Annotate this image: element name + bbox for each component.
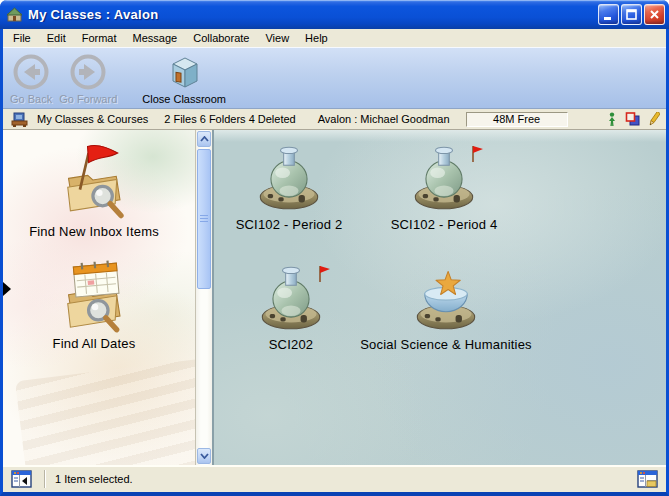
pencil-icon[interactable] — [648, 112, 660, 127]
forward-arrow-circle-icon — [69, 52, 107, 92]
sidebar: Find New Inbox Items Find All Dates — [3, 130, 196, 465]
toggle-split-view-icon — [637, 470, 658, 488]
status-separator — [44, 470, 45, 488]
maximize-icon — [625, 8, 638, 21]
menu-file[interactable]: File — [5, 30, 39, 47]
go-back-label: Go Back — [10, 93, 52, 105]
desk-icon — [11, 112, 29, 127]
sidebar-item-find-new-inbox-items[interactable]: Find New Inbox Items — [3, 140, 185, 239]
sidebar-scrollbar[interactable] — [196, 130, 213, 465]
status-bar: 1 Item selected. — [3, 465, 666, 492]
info-bar: My Classes & Courses 2 Files 6 Folders 4… — [3, 109, 666, 130]
menu-collaborate[interactable]: Collaborate — [185, 30, 257, 47]
scroll-down-button[interactable] — [197, 448, 211, 464]
app-window: My Classes : Avalon File Edit Format Mes… — [0, 0, 669, 496]
new-items-flag-icon — [470, 145, 484, 163]
sidebar-item-label: Find New Inbox Items — [3, 224, 185, 239]
minimize-icon — [602, 8, 615, 21]
watercolor-books-art — [15, 357, 196, 465]
sidebar-item-label: Find All Dates — [3, 336, 185, 351]
menu-bar: File Edit Format Message Collaborate Vie… — [3, 29, 666, 47]
toggle-sidebar-button[interactable] — [11, 470, 32, 488]
window-frame: File Edit Format Message Collaborate Vie… — [0, 29, 669, 496]
folder-calendar-search-icon — [55, 252, 133, 334]
pages-icon[interactable] — [625, 112, 640, 127]
content-area: Find New Inbox Items Find All Dates — [3, 130, 666, 465]
selection-status-text: 1 Item selected. — [55, 473, 637, 485]
scrollbar-grip — [200, 215, 208, 223]
maximize-button[interactable] — [621, 4, 642, 25]
location-label: My Classes & Courses — [37, 113, 148, 125]
toggle-split-view-button[interactable] — [637, 470, 658, 488]
folder-flag-search-icon — [55, 140, 133, 222]
menu-edit[interactable]: Edit — [39, 30, 74, 47]
info-bar-right-icons — [607, 112, 660, 127]
go-forward-label: Go Forward — [59, 93, 117, 105]
flask-icon — [410, 144, 478, 212]
classroom-list: SCI102 - Period 2 SCI102 - Period 4 SCI2… — [213, 130, 666, 465]
flask-icon — [257, 264, 325, 332]
classroom-label: Social Science & Humanities — [346, 337, 546, 352]
chevron-down-icon — [200, 453, 209, 459]
close-classroom-label: Close Classroom — [142, 93, 226, 105]
bowl-starfish-icon — [412, 264, 480, 332]
toggle-sidebar-icon — [11, 470, 32, 488]
classroom-label: SCI102 - Period 4 — [344, 217, 544, 232]
flask-icon — [255, 144, 323, 212]
menu-message[interactable]: Message — [125, 30, 186, 47]
minimize-button[interactable] — [598, 4, 619, 25]
window-title: My Classes : Avalon — [28, 7, 596, 22]
item-counts: 2 Files 6 Folders 4 Deleted — [164, 113, 295, 125]
storage-free-indicator: 48M Free — [466, 112, 568, 127]
close-classroom-button[interactable]: Close Classroom — [139, 51, 229, 106]
server-user-label: Avalon : Michael Goodman — [318, 113, 450, 125]
schoolhouse-icon — [6, 6, 23, 23]
classroom-item-sci102-period-4[interactable]: SCI102 - Period 4 — [344, 144, 544, 232]
title-bar[interactable]: My Classes : Avalon — [0, 0, 669, 29]
menu-format[interactable]: Format — [74, 30, 125, 47]
go-forward-button[interactable]: Go Forward — [56, 51, 120, 106]
scroll-up-button[interactable] — [197, 131, 211, 147]
pane-splitter-arrow-icon[interactable] — [3, 282, 11, 296]
person-icon[interactable] — [607, 112, 617, 127]
back-arrow-circle-icon — [12, 52, 50, 92]
chevron-up-icon — [200, 136, 209, 142]
close-icon — [648, 8, 661, 21]
menu-view[interactable]: View — [257, 30, 297, 47]
sidebar-item-find-all-dates[interactable]: Find All Dates — [3, 252, 185, 351]
toolbar: Go Back Go Forward — [3, 47, 666, 109]
classroom-building-icon — [166, 52, 202, 92]
classroom-item-social-science[interactable]: Social Science & Humanities — [346, 264, 546, 352]
close-button[interactable] — [644, 4, 665, 25]
new-items-flag-icon — [317, 265, 331, 283]
go-back-button[interactable]: Go Back — [7, 51, 55, 106]
scrollbar-thumb[interactable] — [197, 149, 211, 289]
menu-help[interactable]: Help — [297, 30, 336, 47]
